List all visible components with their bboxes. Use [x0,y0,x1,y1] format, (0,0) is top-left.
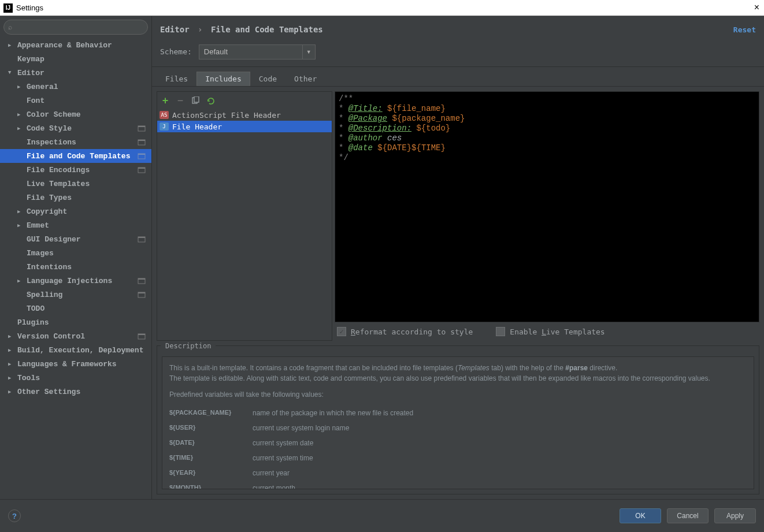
sidebar-item-other-settings[interactable]: ▶Other Settings [0,385,151,399]
close-icon[interactable]: × [754,2,759,13]
sidebar-item-file-and-code-templates[interactable]: File and Code Templates [0,149,151,163]
variable-row: ${DATE}current system date [169,436,747,451]
tab-files[interactable]: Files [157,72,196,86]
sidebar-item-label: Spelling [27,291,62,299]
tree-arrow-icon: ▶ [8,361,15,367]
sidebar-item-code-style[interactable]: ▶Code Style [0,121,151,135]
sidebar-item-label: Build, Execution, Deployment [17,346,143,355]
sidebar-item-todo[interactable]: TODO [0,302,151,315]
template-editor[interactable]: /** * @Title: ${file_name} * @Package ${… [335,91,759,322]
tab-code[interactable]: Code [250,72,285,86]
sidebar-item-label: Live Templates [27,180,90,188]
sidebar-item-version-control[interactable]: ▶Version Control [0,329,151,343]
sidebar-item-label: GUI Designer [27,235,81,244]
tab-includes[interactable]: Includes [196,72,250,86]
tree-arrow-icon: ▶ [8,375,15,381]
variable-desc: current year [253,468,290,478]
titlebar: IJ Settings × [0,0,764,16]
tree-arrow-icon: ▶ [17,278,24,284]
sidebar-item-label: Emmet [27,221,49,230]
list-toolbar: + − [157,92,332,109]
sidebar-item-intentions[interactable]: Intentions [0,260,151,274]
reset-link[interactable]: Reset [733,25,756,34]
sidebar-item-emmet[interactable]: ▶Emmet [0,218,151,232]
sidebar-item-color-scheme[interactable]: ▶Color Scheme [0,107,151,121]
sidebar-item-font[interactable]: Font [0,94,151,107]
sidebar-item-label: Appearance & Behavior [17,41,112,50]
search-icon: ⌕ [8,23,12,31]
variable-desc: current system time [253,453,313,463]
reformat-checkbox[interactable]: Reformat according to style [337,327,473,336]
sidebar-item-label: TODO [27,304,44,313]
apply-button[interactable]: Apply [714,508,756,523]
sidebar-item-build-execution-deployment[interactable]: ▶Build, Execution, Deployment [0,343,151,357]
sidebar-item-languages-frameworks[interactable]: ▶Languages & Frameworks [0,357,151,371]
sidebar-item-live-templates[interactable]: Live Templates [0,177,151,191]
svg-rect-7 [138,168,145,169]
remove-icon[interactable]: − [176,96,185,105]
sidebar-item-inspections[interactable]: Inspections [0,135,151,149]
variable-name: ${PACKAGE_NAME} [169,408,253,418]
app-logo-icon: IJ [3,3,13,13]
sidebar-item-editor[interactable]: ▼Editor [0,66,151,80]
sidebar-item-copyright[interactable]: ▶Copyright [0,204,151,218]
sidebar-item-images[interactable]: Images [0,246,151,260]
variable-desc: current user system login name [253,423,349,433]
file-item-actionscript-file-header[interactable]: ASActionScript File Header [157,109,332,121]
project-badge-icon [138,291,146,299]
file-item-file-header[interactable]: JFile Header [157,121,332,132]
svg-rect-11 [138,278,145,280]
sidebar-item-label: Code Style [27,124,72,133]
live-templates-checkbox[interactable]: Enable Live Templates [496,327,604,336]
file-list: ASActionScript File HeaderJFile Header [157,109,332,340]
svg-rect-9 [138,237,145,238]
scheme-select[interactable]: Default [199,44,303,59]
sidebar-item-language-injections[interactable]: ▶Language Injections [0,274,151,288]
scheme-value: Default [204,47,228,56]
copy-icon[interactable] [191,96,200,105]
variable-name: ${DATE} [169,438,253,448]
sidebar-item-keymap[interactable]: Keymap [0,52,151,66]
sidebar-item-label: Inspections [27,138,76,147]
breadcrumb-b: File and Code Templates [211,25,323,34]
description-section: Description This is a built-in template.… [157,345,759,494]
sidebar-item-file-encodings[interactable]: File Encodings [0,163,151,177]
checkbox-icon [496,327,505,336]
variables-table: ${PACKAGE_NAME}name of the package in wh… [169,405,747,489]
variable-row: ${MONTH}current month [169,481,747,489]
variable-name: ${TIME} [169,453,253,463]
sidebar-item-label: Color Scheme [27,110,81,119]
sidebar-item-file-types[interactable]: File Types [0,191,151,204]
file-type-icon: J [160,122,169,131]
tree-arrow-icon: ▶ [8,42,15,49]
file-item-label: File Header [172,122,222,131]
sidebar-item-tools[interactable]: ▶Tools [0,371,151,385]
sidebar-item-general[interactable]: ▶General [0,80,151,94]
cancel-button[interactable]: Cancel [667,508,709,523]
ok-button[interactable]: OK [620,508,661,523]
help-icon[interactable]: ? [8,509,21,522]
svg-rect-15 [138,334,145,335]
scheme-dropdown-icon[interactable]: ▼ [303,44,316,59]
includes-list-pane: + − ASActionScript File HeaderJFile Head… [157,91,332,341]
sidebar-item-label: File Types [27,194,72,202]
variable-desc: current system date [253,438,313,448]
refresh-icon[interactable] [206,96,215,105]
sidebar-item-appearance-behavior[interactable]: ▶Appearance & Behavior [0,38,151,52]
tree-arrow-icon: ▶ [17,222,24,229]
svg-rect-1 [138,126,145,127]
project-badge-icon [138,277,146,285]
sidebar-item-gui-designer[interactable]: GUI Designer [0,232,151,246]
sidebar-item-label: Intentions [27,263,72,271]
variable-desc: name of the package in which the new fil… [253,408,413,418]
variable-name: ${MONTH} [169,483,253,489]
search-input[interactable] [3,20,148,35]
add-icon[interactable]: + [161,96,170,105]
sidebar-item-plugins[interactable]: Plugins [0,315,151,329]
breadcrumb-a: Editor [160,25,190,34]
tab-other[interactable]: Other [285,72,325,86]
variable-row: ${PACKAGE_NAME}name of the package in wh… [169,405,747,421]
sidebar-item-spelling[interactable]: Spelling [0,288,151,302]
sidebar-item-label: Tools [17,374,40,382]
description-title: Description [161,341,216,351]
